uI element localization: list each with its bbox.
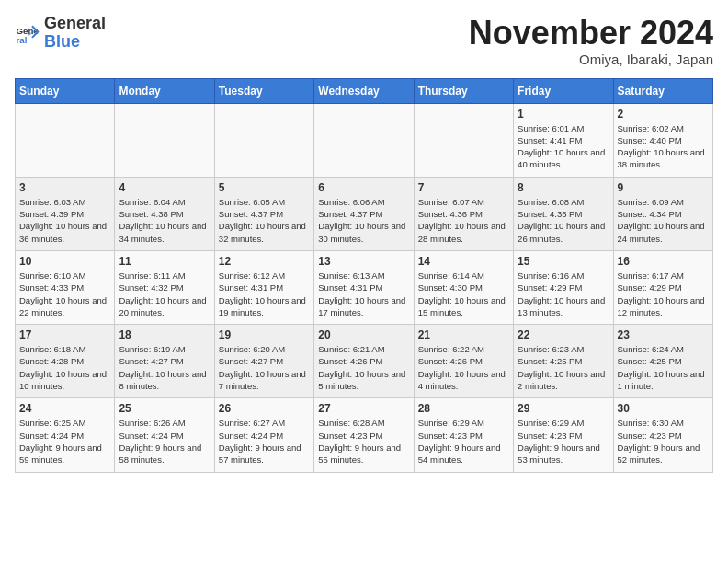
- calendar-cell: 7Sunrise: 6:07 AM Sunset: 4:36 PM Daylig…: [414, 177, 513, 250]
- day-info: Sunrise: 6:29 AM Sunset: 4:23 PM Dayligh…: [418, 417, 509, 465]
- calendar-cell: 26Sunrise: 6:27 AM Sunset: 4:24 PM Dayli…: [214, 398, 313, 472]
- day-info: Sunrise: 6:01 AM Sunset: 4:41 PM Dayligh…: [518, 122, 609, 171]
- calendar-cell: 25Sunrise: 6:26 AM Sunset: 4:24 PM Dayli…: [115, 398, 214, 472]
- day-number: 21: [418, 328, 509, 341]
- day-info: Sunrise: 6:12 AM Sunset: 4:31 PM Dayligh…: [219, 270, 310, 318]
- calendar-cell: 30Sunrise: 6:30 AM Sunset: 4:23 PM Dayli…: [613, 398, 712, 472]
- calendar-cell: 3Sunrise: 6:03 AM Sunset: 4:39 PM Daylig…: [16, 177, 115, 250]
- day-info: Sunrise: 6:21 AM Sunset: 4:26 PM Dayligh…: [318, 343, 409, 392]
- calendar-cell: 20Sunrise: 6:21 AM Sunset: 4:26 PM Dayli…: [314, 325, 414, 398]
- column-header-thursday: Thursday: [414, 78, 513, 103]
- day-number: 20: [318, 328, 409, 341]
- calendar-cell: 18Sunrise: 6:19 AM Sunset: 4:27 PM Dayli…: [115, 325, 214, 398]
- calendar-cell: 8Sunrise: 6:08 AM Sunset: 4:35 PM Daylig…: [514, 177, 613, 250]
- day-number: 24: [19, 402, 110, 415]
- day-number: 7: [418, 181, 509, 194]
- calendar-week-4: 17Sunrise: 6:18 AM Sunset: 4:28 PM Dayli…: [16, 325, 713, 398]
- calendar-cell: [414, 103, 513, 177]
- calendar-cell: [314, 103, 414, 177]
- column-header-wednesday: Wednesday: [314, 78, 414, 103]
- calendar-cell: 29Sunrise: 6:29 AM Sunset: 4:23 PM Dayli…: [514, 398, 613, 472]
- day-info: Sunrise: 6:04 AM Sunset: 4:38 PM Dayligh…: [119, 196, 210, 245]
- day-number: 13: [318, 255, 409, 268]
- day-info: Sunrise: 6:05 AM Sunset: 4:37 PM Dayligh…: [219, 196, 310, 245]
- calendar-cell: 10Sunrise: 6:10 AM Sunset: 4:33 PM Dayli…: [16, 250, 115, 324]
- calendar-week-5: 24Sunrise: 6:25 AM Sunset: 4:24 PM Dayli…: [16, 398, 713, 472]
- column-header-saturday: Saturday: [613, 78, 712, 103]
- title-block: November 2024 Omiya, Ibaraki, Japan: [469, 15, 713, 67]
- day-info: Sunrise: 6:07 AM Sunset: 4:36 PM Dayligh…: [418, 196, 509, 245]
- day-info: Sunrise: 6:30 AM Sunset: 4:23 PM Dayligh…: [618, 417, 709, 465]
- day-number: 1: [518, 108, 609, 121]
- day-info: Sunrise: 6:17 AM Sunset: 4:29 PM Dayligh…: [618, 270, 709, 318]
- day-info: Sunrise: 6:19 AM Sunset: 4:27 PM Dayligh…: [119, 343, 210, 392]
- day-info: Sunrise: 6:11 AM Sunset: 4:32 PM Dayligh…: [119, 270, 210, 318]
- calendar-cell: [16, 103, 115, 177]
- day-info: Sunrise: 6:26 AM Sunset: 4:24 PM Dayligh…: [119, 417, 210, 465]
- day-info: Sunrise: 6:23 AM Sunset: 4:25 PM Dayligh…: [518, 343, 609, 392]
- calendar-cell: 15Sunrise: 6:16 AM Sunset: 4:29 PM Dayli…: [514, 250, 613, 324]
- calendar-cell: 24Sunrise: 6:25 AM Sunset: 4:24 PM Dayli…: [16, 398, 115, 472]
- day-info: Sunrise: 6:06 AM Sunset: 4:37 PM Dayligh…: [318, 196, 409, 245]
- day-info: Sunrise: 6:10 AM Sunset: 4:33 PM Dayligh…: [19, 270, 110, 318]
- day-number: 11: [119, 255, 210, 268]
- calendar-cell: 23Sunrise: 6:24 AM Sunset: 4:25 PM Dayli…: [613, 325, 712, 398]
- calendar-cell: 2Sunrise: 6:02 AM Sunset: 4:40 PM Daylig…: [613, 103, 712, 177]
- day-number: 6: [318, 181, 409, 194]
- calendar-table: SundayMondayTuesdayWednesdayThursdayFrid…: [15, 78, 713, 473]
- location: Omiya, Ibaraki, Japan: [469, 52, 713, 67]
- calendar-cell: 1Sunrise: 6:01 AM Sunset: 4:41 PM Daylig…: [514, 103, 613, 177]
- calendar-cell: 28Sunrise: 6:29 AM Sunset: 4:23 PM Dayli…: [414, 398, 513, 472]
- column-header-monday: Monday: [115, 78, 214, 103]
- day-info: Sunrise: 6:27 AM Sunset: 4:24 PM Dayligh…: [219, 417, 310, 465]
- calendar-cell: 14Sunrise: 6:14 AM Sunset: 4:30 PM Dayli…: [414, 250, 513, 324]
- month-title: November 2024: [469, 15, 713, 52]
- day-number: 18: [119, 328, 210, 341]
- day-info: Sunrise: 6:08 AM Sunset: 4:35 PM Dayligh…: [518, 196, 609, 245]
- day-info: Sunrise: 6:20 AM Sunset: 4:27 PM Dayligh…: [219, 343, 310, 392]
- calendar-cell: 13Sunrise: 6:13 AM Sunset: 4:31 PM Dayli…: [314, 250, 414, 324]
- day-number: 19: [219, 328, 310, 341]
- day-number: 27: [318, 402, 409, 415]
- day-number: 4: [119, 181, 210, 194]
- column-header-friday: Friday: [514, 78, 613, 103]
- day-info: Sunrise: 6:03 AM Sunset: 4:39 PM Dayligh…: [19, 196, 110, 245]
- calendar-week-3: 10Sunrise: 6:10 AM Sunset: 4:33 PM Dayli…: [16, 250, 713, 324]
- day-info: Sunrise: 6:24 AM Sunset: 4:25 PM Dayligh…: [618, 343, 709, 392]
- day-number: 29: [518, 402, 609, 415]
- day-number: 3: [19, 181, 110, 194]
- calendar-cell: [115, 103, 214, 177]
- calendar-cell: 22Sunrise: 6:23 AM Sunset: 4:25 PM Dayli…: [514, 325, 613, 398]
- logo-general: General: [44, 15, 106, 33]
- calendar-header-row: SundayMondayTuesdayWednesdayThursdayFrid…: [16, 78, 713, 103]
- logo: Gene ral General Blue: [15, 15, 106, 52]
- day-number: 22: [518, 328, 609, 341]
- calendar-cell: 4Sunrise: 6:04 AM Sunset: 4:38 PM Daylig…: [115, 177, 214, 250]
- calendar-cell: 21Sunrise: 6:22 AM Sunset: 4:26 PM Dayli…: [414, 325, 513, 398]
- day-info: Sunrise: 6:13 AM Sunset: 4:31 PM Dayligh…: [318, 270, 409, 318]
- day-number: 12: [219, 255, 310, 268]
- calendar-cell: 5Sunrise: 6:05 AM Sunset: 4:37 PM Daylig…: [214, 177, 313, 250]
- calendar-cell: 12Sunrise: 6:12 AM Sunset: 4:31 PM Dayli…: [214, 250, 313, 324]
- day-info: Sunrise: 6:25 AM Sunset: 4:24 PM Dayligh…: [19, 417, 110, 465]
- day-number: 17: [19, 328, 110, 341]
- calendar-cell: 19Sunrise: 6:20 AM Sunset: 4:27 PM Dayli…: [214, 325, 313, 398]
- day-number: 8: [518, 181, 609, 194]
- day-number: 9: [618, 181, 709, 194]
- day-number: 23: [618, 328, 709, 341]
- day-info: Sunrise: 6:02 AM Sunset: 4:40 PM Dayligh…: [618, 122, 709, 171]
- day-number: 15: [518, 255, 609, 268]
- day-number: 10: [19, 255, 110, 268]
- day-info: Sunrise: 6:22 AM Sunset: 4:26 PM Dayligh…: [418, 343, 509, 392]
- day-number: 5: [219, 181, 310, 194]
- calendar-week-1: 1Sunrise: 6:01 AM Sunset: 4:41 PM Daylig…: [16, 103, 713, 177]
- calendar-week-2: 3Sunrise: 6:03 AM Sunset: 4:39 PM Daylig…: [16, 177, 713, 250]
- calendar-cell: 17Sunrise: 6:18 AM Sunset: 4:28 PM Dayli…: [16, 325, 115, 398]
- day-info: Sunrise: 6:09 AM Sunset: 4:34 PM Dayligh…: [618, 196, 709, 245]
- page-header: Gene ral General Blue November 2024 Omiy…: [15, 15, 713, 67]
- day-number: 16: [618, 255, 709, 268]
- logo-blue: Blue: [44, 33, 106, 52]
- column-header-sunday: Sunday: [16, 78, 115, 103]
- calendar-cell: 27Sunrise: 6:28 AM Sunset: 4:23 PM Dayli…: [314, 398, 414, 472]
- column-header-tuesday: Tuesday: [214, 78, 313, 103]
